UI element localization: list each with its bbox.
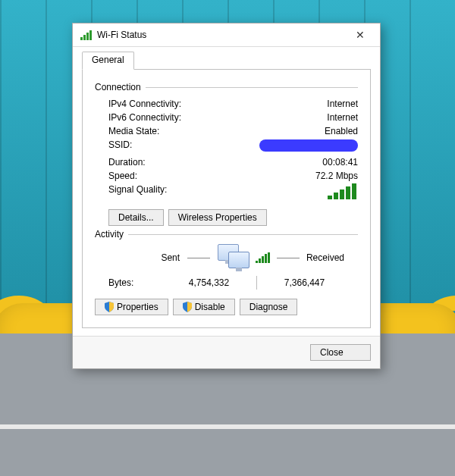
wifi-status-dialog: Wi-Fi Status ✕ General Connection IPv4 C… <box>72 23 381 369</box>
close-button[interactable]: Close <box>310 344 371 361</box>
ssid-label: SSID: <box>108 139 132 154</box>
group-connection: Connection <box>95 82 358 92</box>
ipv4-value: Internet <box>327 99 358 109</box>
activity-header-row: Sent Received <box>108 244 344 271</box>
row-ipv6: IPv6 Connectivity: Internet <box>108 111 358 124</box>
duration-value: 00:08:41 <box>322 157 358 168</box>
row-signal-quality: Signal Quality: <box>108 183 358 203</box>
diagnose-button[interactable]: Diagnose <box>240 299 298 315</box>
properties-button-label: Properties <box>117 299 158 315</box>
media-state-value: Enabled <box>325 126 358 136</box>
mini-signal-icon <box>256 252 271 263</box>
media-state-label: Media State: <box>108 126 159 136</box>
group-activity: Activity <box>95 229 358 240</box>
sent-label: Sent <box>161 252 180 263</box>
ipv4-label: IPv4 Connectivity: <box>108 99 181 109</box>
signal-quality-icon <box>328 184 358 202</box>
bytes-label: Bytes: <box>108 277 169 288</box>
network-activity-icon <box>216 244 249 271</box>
tab-general[interactable]: General <box>82 52 134 70</box>
window-title: Wi-Fi Status <box>97 30 146 40</box>
row-ipv4: IPv4 Connectivity: Internet <box>108 97 358 111</box>
bytes-row: Bytes: 4,754,332 7,366,447 <box>108 276 344 290</box>
row-media-state: Media State: Enabled <box>108 124 358 138</box>
shield-icon <box>183 302 192 312</box>
desktop-background: Wi-Fi Status ✕ General Connection IPv4 C… <box>0 0 455 476</box>
disable-button[interactable]: Disable <box>173 299 235 315</box>
disable-button-label: Disable <box>195 299 225 315</box>
speed-value: 72.2 Mbps <box>315 171 358 181</box>
row-speed: Speed: 72.2 Mbps <box>108 169 358 183</box>
dialog-footer: Close <box>73 336 380 368</box>
bytes-sent-value: 4,754,332 <box>169 277 249 288</box>
tabstrip: General <box>82 53 371 70</box>
speed-label: Speed: <box>108 171 137 181</box>
tab-body: Connection IPv4 Connectivity: Internet I… <box>82 70 371 328</box>
bg-roadline <box>0 424 455 429</box>
bytes-received-value: 7,366,447 <box>265 277 344 288</box>
received-label: Received <box>306 252 344 263</box>
client-area: General Connection IPv4 Connectivity: In… <box>73 47 380 336</box>
titlebar[interactable]: Wi-Fi Status ✕ <box>73 23 380 47</box>
shield-icon <box>105 302 114 312</box>
ipv6-label: IPv6 Connectivity: <box>108 112 181 123</box>
wifi-icon <box>80 30 93 40</box>
duration-label: Duration: <box>108 157 146 168</box>
wireless-properties-button[interactable]: Wireless Properties <box>168 209 267 226</box>
ipv6-value: Internet <box>327 112 358 123</box>
group-activity-label: Activity <box>95 229 124 240</box>
close-icon[interactable]: ✕ <box>345 25 375 45</box>
properties-button[interactable]: Properties <box>95 299 168 315</box>
row-ssid: SSID: <box>108 138 358 155</box>
group-connection-label: Connection <box>95 82 141 92</box>
row-duration: Duration: 00:08:41 <box>108 155 358 169</box>
ssid-value-redacted <box>259 139 358 154</box>
details-button[interactable]: Details... <box>108 209 164 226</box>
signal-quality-label: Signal Quality: <box>108 184 167 202</box>
